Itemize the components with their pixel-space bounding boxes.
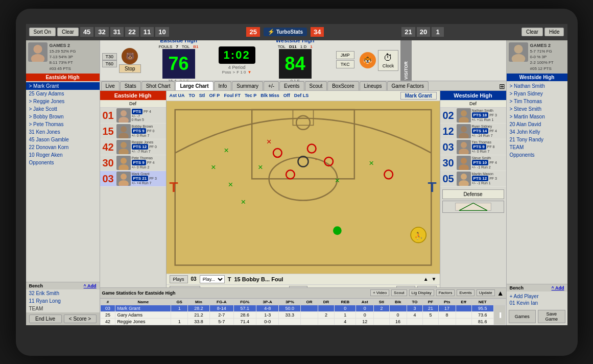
post-online-button[interactable]: Post Online xyxy=(170,286,201,287)
tab-large-chart[interactable]: Large Chart xyxy=(175,81,213,90)
home-player-row-15[interactable]: 15 Bobby Brown PTS 9PF 0 +/- 0 Run 7 xyxy=(100,124,166,139)
home-player-mark-grant[interactable]: > Mark Grant xyxy=(26,82,100,90)
visitor-player-tim-thomas[interactable]: > Tim Thomas xyxy=(507,98,567,105)
t60-button[interactable]: T60 xyxy=(102,60,117,67)
kevin-ian-player[interactable]: 01 Kevin Ian xyxy=(510,300,564,306)
visitor-player-row-12[interactable]: 12 Ryan Sidney PTS 14PF 4 +/- -14 Run 7 xyxy=(440,124,506,139)
home-player-roger-aken[interactable]: 10 Roger Aken xyxy=(26,151,100,159)
col-blk: Blk xyxy=(389,299,407,305)
home-bench-ryan-long[interactable]: 11 Ryan Long xyxy=(26,297,100,305)
tab-lineups[interactable]: Lineups xyxy=(360,81,387,90)
home-player-row-01[interactable]: 01 PTSPF 4 +/- -7 0 Run 5 xyxy=(100,108,166,124)
tkc-button[interactable]: TKC xyxy=(336,60,354,68)
home-player-reggie-jones[interactable]: > Reggie Jones xyxy=(26,98,100,105)
visitor-player-team[interactable]: TEAM xyxy=(507,143,567,151)
visitor-player-row-02[interactable]: 02 Nathan Smith PTS 18PF 3 +/- +11 Run 1 xyxy=(440,108,506,124)
tab-boxscore[interactable]: BoxScore xyxy=(327,81,359,90)
visitor-player-tony-randy[interactable]: 21 Tony Randy xyxy=(507,136,567,143)
home-player-row-30[interactable]: 30 Pete Thomas PTS 9PF 4 +/- 0 Run 2 xyxy=(100,155,166,171)
home-player-jake-scott[interactable]: > Jake Scott xyxy=(26,105,100,113)
svg-point-0 xyxy=(33,44,42,53)
visitor-player-steve-smith[interactable]: > Steve Smith xyxy=(507,105,567,113)
tab-live[interactable]: Live xyxy=(101,81,120,90)
play-dropdown[interactable]: Play... xyxy=(200,275,225,283)
visitor-player-martin-mason[interactable]: > Martin Mason xyxy=(507,113,567,120)
home-player-jason-gamble[interactable]: 45 Jason Gamble xyxy=(26,136,100,143)
sort-on-button[interactable]: Sort On xyxy=(29,28,56,36)
score-button[interactable]: < Score > xyxy=(64,314,97,323)
video-button[interactable]: + Video xyxy=(370,289,389,296)
col-fgp: FG% xyxy=(233,299,256,305)
table-row-reggie-jones[interactable]: 42 Reggie Jones 1 33.8 5-7 71.4 0-0 4 xyxy=(100,318,506,325)
table-row-gary-adams[interactable]: 25 Gary Adams 21.2 2-7 28.6 1-3 33.3 2 xyxy=(100,311,506,318)
defense-button[interactable]: Defense xyxy=(442,189,504,199)
scout-button[interactable]: Scout xyxy=(391,289,407,296)
jmp-button[interactable]: JMP xyxy=(336,51,354,59)
tab-summary[interactable]: Summary xyxy=(232,81,263,90)
home-team-item[interactable]: TEAM xyxy=(26,305,100,312)
stop-button[interactable]: Stop xyxy=(119,64,141,73)
home-player-donovan-korn[interactable]: 22 Donovan Korn xyxy=(26,143,100,151)
col-3pa: 3P-A xyxy=(256,299,279,305)
clear-court-button[interactable]: Clear xyxy=(289,286,307,287)
clear-right-button[interactable]: Clear xyxy=(521,28,543,36)
home-player-pete-thomas[interactable]: > Pete Thomas xyxy=(26,120,100,128)
svg-point-45 xyxy=(459,180,469,186)
home-player-row-03[interactable]: 03 Mark Grant PTS 21PF 3 +/- +4 Run 7 xyxy=(100,171,166,187)
visitor-player-thumb-03t xyxy=(457,140,471,154)
games-button[interactable]: Games xyxy=(509,310,536,323)
table-row-mark-grant[interactable]: 03 Mark Grant 1 28.2 8-14 57.1 4-8 50.0 xyxy=(100,305,506,311)
visitor-player-opponents[interactable]: Opponents xyxy=(507,151,567,159)
visitor-player-nathan-smith[interactable]: > Nathan Smith xyxy=(507,82,567,90)
table-scroll-bar[interactable]: ▐ xyxy=(493,305,506,325)
svg-point-40 xyxy=(461,142,467,148)
home-T-marker: T xyxy=(170,179,178,196)
main-area: GAMES 2 15-29 52% FG 7-13 54% 3P 8-11 73… xyxy=(26,40,567,325)
home-player-bobby-brown[interactable]: > Bobby Brown xyxy=(26,113,100,120)
tab-stats[interactable]: Stats xyxy=(120,81,141,90)
home-add-player-link[interactable]: ^ Add xyxy=(84,283,97,288)
court-canvas: × × × × × × xyxy=(167,101,440,274)
scroll-up-icon[interactable]: ▲ xyxy=(497,289,504,297)
factors-button[interactable]: Factors xyxy=(436,289,455,296)
visitor-player-alan-david[interactable]: 20 Alan David xyxy=(507,120,567,128)
clear-top-button[interactable]: Clear xyxy=(57,28,79,36)
visitor-player-row-30v[interactable]: 30 Steve Smith PTS 10PF 4 +/- -1 Run 2 xyxy=(440,155,506,171)
visitor-player-row-05v[interactable]: 05 Martin Mason PTS 12PF 3 +/- -1 Run 1 xyxy=(440,171,506,187)
display-button[interactable]: Lig Display xyxy=(409,289,434,296)
update-button[interactable]: Update xyxy=(477,289,495,296)
tab-scout[interactable]: Scout xyxy=(305,81,327,90)
tab-info[interactable]: Info xyxy=(214,81,232,90)
play-scroll-down[interactable]: ▼ xyxy=(432,276,437,282)
dpts-button[interactable]: DPTS xyxy=(417,286,437,287)
t30-button[interactable]: T30 xyxy=(102,53,117,60)
visitor-player-ryan-sidney[interactable]: > Ryan Sidney xyxy=(507,90,567,98)
save-game-button[interactable]: Save Game xyxy=(538,310,565,323)
col-min: Min xyxy=(187,299,209,305)
tab-plus-minus[interactable]: +/- xyxy=(264,81,279,90)
visitor-player-num-05v: 05 xyxy=(441,174,456,184)
home-player-opponents[interactable]: Opponents xyxy=(26,159,100,166)
score-num-3: 31 xyxy=(110,27,124,37)
tab-events[interactable]: Events xyxy=(279,81,304,90)
tab-shot-chart[interactable]: Shot Chart xyxy=(141,81,175,90)
visitor-add-player-link[interactable]: ^ Add xyxy=(552,285,564,290)
visitor-player-row-03t[interactable]: 03 Tim Thomas PTS 9PF 8 +/- 0 Run 7 xyxy=(440,139,506,155)
home-player-row-42[interactable]: 42 Reggie Jones PTS 12PF 0 +/- -7 Run 7 xyxy=(100,139,166,155)
other-button[interactable]: Other xyxy=(396,286,415,287)
home-player-ken-jones[interactable]: 31 Ken Jones xyxy=(26,128,100,136)
plays-button[interactable]: Plays xyxy=(170,275,188,283)
end-live-button[interactable]: End Live xyxy=(29,314,62,323)
home-player-num-01: 01 xyxy=(101,110,115,120)
events-button[interactable]: Events xyxy=(457,289,474,296)
add-player-label[interactable]: + Add Player xyxy=(510,294,564,299)
tab-game-factors[interactable]: Game Factors xyxy=(387,81,429,90)
play-scroll-up[interactable]: ▲ xyxy=(423,276,429,282)
visitor-player-john-kelly[interactable]: 34 John Kelly xyxy=(507,128,567,136)
stats-table: # Name GS Min FG-A FG% 3P-A 3P% OR DR RE xyxy=(100,299,506,325)
clock-button[interactable]: ⏱ Clock xyxy=(378,50,399,71)
hide-button[interactable]: Hide xyxy=(544,28,564,36)
home-player-gary-adams[interactable]: 25 Gary Adams xyxy=(26,90,100,98)
home-bench-erik-smith[interactable]: 32 Erik Smith xyxy=(26,289,100,297)
expand-icon[interactable]: ⊞ xyxy=(499,82,505,90)
